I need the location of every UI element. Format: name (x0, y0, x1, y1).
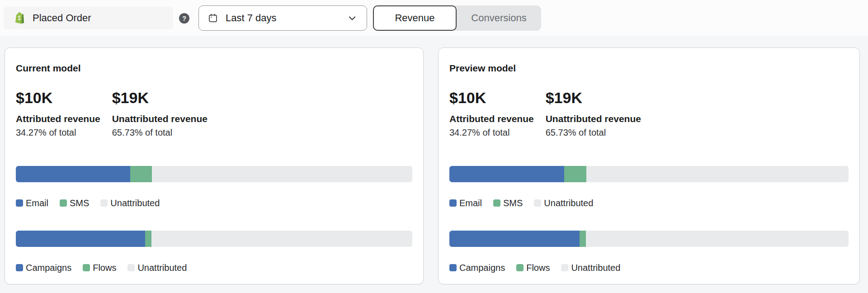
legend-label: Unattributed (571, 263, 620, 273)
date-range-dropdown[interactable]: Last 7 days (198, 5, 367, 31)
legend-item-sms: SMS (493, 198, 523, 208)
legend-label: Campaigns (26, 263, 71, 273)
bar-segment-sms (564, 166, 586, 182)
legend-label: Unattributed (110, 198, 160, 208)
legend-item-flows: Flows (516, 263, 550, 273)
stat-label: Unattributed revenue (112, 113, 208, 125)
bar-segment-unattributed (152, 166, 412, 182)
bar-segment-campaigns (16, 231, 145, 247)
message-type-attribution-chart: CampaignsFlowsUnattributed (449, 231, 849, 273)
channel-attribution-chart: EmailSMSUnattributed (449, 166, 849, 208)
bar-segment-email (16, 166, 130, 182)
stat-label: Attributed revenue (449, 113, 534, 125)
legend: CampaignsFlowsUnattributed (449, 262, 849, 273)
legend-label: Email (26, 198, 48, 208)
legend-item-email: Email (16, 198, 48, 208)
legend-label: Unattributed (137, 263, 187, 273)
help-icon[interactable]: ? (179, 13, 189, 24)
stat-value: $19K (546, 89, 641, 107)
preview-model-card: Preview model $10K Attributed revenue 34… (438, 47, 860, 284)
legend-swatch-campaigns (16, 264, 23, 271)
legend-item-email: Email (449, 198, 482, 208)
view-toggle: Revenue Conversions (373, 5, 541, 31)
stat-value: $19K (112, 89, 208, 107)
stat-value: $10K (449, 89, 534, 107)
legend-label: Flows (526, 263, 550, 273)
legend-swatch-flows (83, 264, 90, 271)
bar-segment-flows (145, 231, 151, 247)
legend-item-unattributed: Unattributed (127, 263, 187, 273)
bar-segment-campaigns (449, 231, 580, 247)
toggle-conversions-button[interactable]: Conversions (457, 5, 541, 31)
legend-item-sms: SMS (60, 198, 89, 208)
legend-label: Campaigns (459, 263, 505, 273)
legend-swatch-sms (493, 199, 500, 207)
legend-swatch-sms (60, 199, 67, 207)
card-title: Preview model (449, 62, 849, 74)
chevron-down-icon (347, 13, 358, 24)
current-model-card: Current model $10K Attributed revenue 34… (5, 47, 424, 284)
calendar-icon (208, 13, 218, 23)
stat-percent: 34.27% of total (16, 127, 100, 138)
header-bar: Placed Order ? Last 7 days Revenue Conve… (0, 0, 868, 36)
attributed-revenue-stat: $10K Attributed revenue 34.27% of total (16, 89, 100, 138)
shopify-icon (14, 11, 26, 25)
legend-item-flows: Flows (83, 263, 116, 273)
stat-percent: 34.27% of total (449, 127, 534, 138)
model-cards-row: Current model $10K Attributed revenue 34… (0, 47, 868, 284)
legend: EmailSMSUnattributed (16, 198, 412, 208)
legend-swatch-flows (516, 264, 524, 271)
toggle-revenue-button[interactable]: Revenue (373, 5, 457, 31)
legend-swatch-email (16, 199, 23, 207)
legend-label: Flows (93, 263, 116, 273)
legend-swatch-unattributed (561, 264, 568, 271)
stacked-bar (16, 166, 412, 182)
stat-percent: 65.73% of total (546, 127, 641, 138)
stat-value: $10K (16, 89, 100, 107)
legend-item-unattributed: Unattributed (561, 263, 620, 273)
stat-percent: 65.73% of total (112, 127, 208, 138)
legend-swatch-email (449, 199, 457, 207)
channel-attribution-chart: EmailSMSUnattributed (16, 166, 412, 208)
metric-label: Placed Order (33, 12, 91, 24)
attributed-revenue-stat: $10K Attributed revenue 34.27% of total (449, 89, 534, 138)
legend: EmailSMSUnattributed (449, 198, 849, 208)
card-title: Current model (16, 62, 412, 74)
legend-label: Unattributed (544, 198, 593, 208)
bar-segment-email (449, 166, 564, 182)
legend-label: Email (459, 198, 482, 208)
legend: CampaignsFlowsUnattributed (16, 262, 412, 273)
metric-selector-chip[interactable]: Placed Order (4, 7, 173, 29)
stats-row: $10K Attributed revenue 34.27% of total … (16, 89, 412, 138)
legend-item-unattributed: Unattributed (534, 198, 593, 208)
stacked-bar (449, 166, 849, 182)
legend-label: SMS (70, 198, 89, 208)
legend-swatch-unattributed (534, 199, 541, 207)
unattributed-revenue-stat: $19K Unattributed revenue 65.73% of tota… (546, 89, 641, 138)
bar-segment-sms (130, 166, 152, 182)
bar-segment-unattributed (586, 166, 849, 182)
bar-segment-unattributed (151, 231, 412, 247)
legend-swatch-campaigns (449, 264, 457, 271)
stacked-bar (449, 231, 849, 247)
unattributed-revenue-stat: $19K Unattributed revenue 65.73% of tota… (112, 89, 208, 138)
stacked-bar (16, 231, 412, 247)
legend-label: SMS (503, 198, 523, 208)
legend-swatch-unattributed (100, 199, 108, 207)
legend-item-campaigns: Campaigns (16, 263, 71, 273)
bar-segment-unattributed (586, 231, 849, 247)
message-type-attribution-chart: CampaignsFlowsUnattributed (16, 231, 412, 273)
stats-row: $10K Attributed revenue 34.27% of total … (449, 89, 849, 138)
stat-label: Attributed revenue (16, 113, 100, 125)
legend-swatch-unattributed (127, 264, 135, 271)
legend-item-campaigns: Campaigns (449, 263, 505, 273)
date-range-label: Last 7 days (226, 12, 347, 24)
stat-label: Unattributed revenue (546, 113, 641, 125)
legend-item-unattributed: Unattributed (100, 198, 160, 208)
bar-segment-flows (580, 231, 586, 247)
